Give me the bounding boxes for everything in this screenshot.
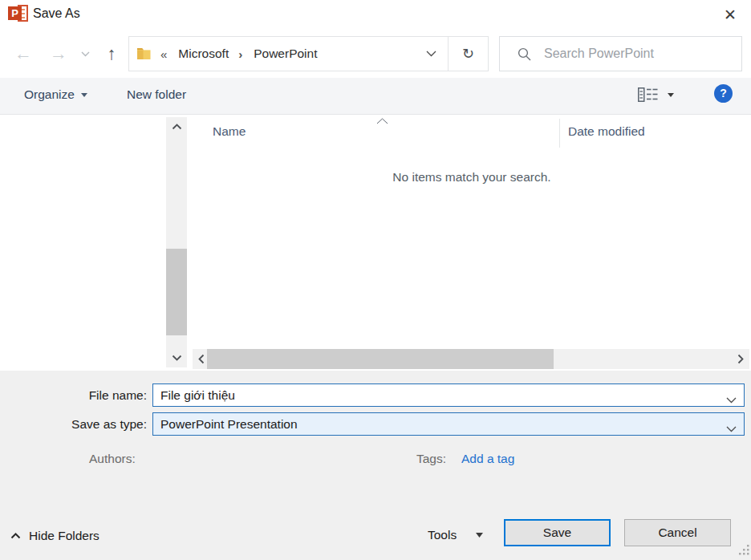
title-bar: P Save As ✕ — [0, 0, 751, 34]
empty-list-message: No items match your search. — [193, 170, 751, 185]
vertical-scrollbar-thumb[interactable] — [166, 249, 187, 335]
refresh-icon[interactable]: ↻ — [449, 37, 488, 71]
horizontal-scrollbar[interactable] — [193, 349, 749, 369]
hide-folders-label: Hide Folders — [29, 529, 99, 543]
folder-icon — [136, 47, 152, 60]
dropdown-triangle-icon — [81, 93, 87, 97]
command-toolbar: Organize New folder ? — [0, 78, 751, 115]
address-bar[interactable]: « Microsoft › PowerPoint ↻ — [128, 36, 489, 71]
dialog-footer: File name: Save as type: PowerPoint Pres… — [0, 371, 751, 560]
column-header-name[interactable]: Name — [213, 124, 246, 139]
vertical-scrollbar[interactable] — [166, 117, 187, 367]
file-list: Name Date modified No items match your s… — [193, 116, 751, 371]
search-icon — [518, 47, 531, 61]
details-view-icon — [638, 87, 658, 102]
file-name-dropdown-chevron-icon[interactable] — [726, 392, 737, 407]
tools-label: Tools — [428, 528, 457, 542]
up-one-level-icon[interactable]: ↑ — [99, 34, 124, 74]
file-name-label: File name: — [0, 388, 147, 403]
authors-label: Authors: — [89, 452, 136, 466]
chevron-up-icon — [10, 533, 21, 539]
save-as-type-value: PowerPoint Presentation — [153, 417, 298, 432]
help-icon[interactable]: ? — [714, 84, 733, 103]
new-folder-label: New folder — [127, 87, 186, 102]
add-a-tag-link[interactable]: Add a tag — [461, 452, 514, 466]
organize-button[interactable]: Organize — [24, 87, 87, 102]
sort-ascending-icon — [376, 113, 388, 128]
tags-label: Tags: — [416, 452, 446, 466]
column-header-date-modified[interactable]: Date modified — [568, 124, 645, 139]
address-dropdown-chevron-icon[interactable] — [414, 37, 448, 71]
powerpoint-app-icon: P — [8, 4, 29, 23]
save-as-dialog: P Save As ✕ ← → ↑ « Microsoft › PowerPoi… — [0, 0, 751, 560]
breadcrumb-microsoft[interactable]: Microsoft — [178, 47, 229, 61]
file-name-input[interactable] — [153, 384, 744, 406]
browse-area: Name Date modified No items match your s… — [0, 116, 751, 371]
organize-label: Organize — [24, 87, 75, 102]
scroll-down-icon[interactable] — [166, 350, 187, 366]
cancel-button[interactable]: Cancel — [624, 519, 731, 546]
new-folder-button[interactable]: New folder — [127, 87, 186, 102]
breadcrumb-overflow[interactable]: « — [160, 47, 167, 61]
search-box[interactable] — [499, 36, 742, 71]
save-button[interactable]: Save — [504, 519, 611, 546]
column-divider[interactable] — [559, 119, 560, 148]
resize-grip[interactable] — [739, 544, 749, 558]
horizontal-scrollbar-thumb[interactable] — [207, 349, 554, 369]
breadcrumb-separator-icon: › — [238, 47, 242, 61]
tools-dropdown-triangle-icon — [476, 533, 483, 538]
back-icon[interactable]: ← — [11, 34, 35, 74]
search-input[interactable] — [544, 47, 729, 61]
save-as-type-select[interactable]: PowerPoint Presentation — [152, 412, 745, 436]
file-name-combo[interactable] — [152, 383, 745, 407]
view-dropdown-triangle-icon — [668, 93, 674, 97]
scroll-right-icon[interactable] — [733, 349, 749, 369]
hide-folders-button[interactable]: Hide Folders — [10, 529, 99, 543]
powerpoint-letter-badge: P — [8, 6, 22, 20]
navigation-bar: ← → ↑ « Microsoft › PowerPoint ↻ — [0, 34, 751, 75]
save-as-type-label: Save as type: — [0, 417, 147, 432]
close-icon[interactable]: ✕ — [716, 2, 745, 29]
forward-icon[interactable]: → — [47, 34, 71, 74]
breadcrumb-powerpoint[interactable]: PowerPoint — [254, 47, 317, 61]
scroll-up-icon[interactable] — [166, 119, 187, 135]
tools-button[interactable]: Tools — [428, 528, 483, 542]
change-view-button[interactable] — [638, 87, 674, 102]
save-as-type-dropdown-chevron-icon[interactable] — [726, 421, 737, 436]
recent-locations-chevron-icon[interactable] — [78, 34, 92, 74]
window-title: Save As — [33, 6, 80, 21]
